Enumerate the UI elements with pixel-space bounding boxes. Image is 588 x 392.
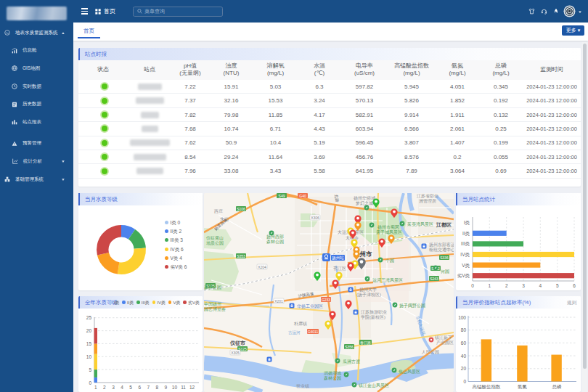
svg-text:X305: X305 — [231, 351, 240, 355]
svg-text:总磷: 总磷 — [552, 384, 563, 389]
svg-text:江苏省邵仙: 江苏省邵仙 — [417, 193, 438, 199]
svg-text:朴席镇: 朴席镇 — [293, 321, 307, 326]
svg-text:V类: V类 — [462, 263, 470, 268]
svg-text:焦山风景区: 焦山风景区 — [399, 369, 420, 375]
svg-text:森林公园: 森林公园 — [324, 376, 341, 381]
svg-text:润扬湿地: 润扬湿地 — [324, 370, 342, 376]
svg-text:高锰酸盐指数: 高锰酸盐指数 — [473, 384, 502, 390]
svg-text:7: 7 — [147, 385, 150, 390]
svg-text:(扬子津校区): (扬子津校区) — [356, 292, 381, 298]
svg-text:人民公园: 人民公园 — [421, 350, 439, 355]
svg-text:氨氮: 氨氮 — [518, 384, 528, 389]
svg-text:仪征市: 仪征市 — [229, 340, 245, 346]
svg-text:X201: X201 — [274, 299, 283, 303]
svg-text:S243: S243 — [430, 277, 438, 281]
svg-text:S356: S356 — [345, 345, 354, 349]
svg-text:邗江区: 邗江区 — [333, 266, 346, 271]
svg-text:S336: S336 — [440, 256, 449, 260]
svg-text:江都区: 江都区 — [436, 222, 452, 228]
svg-text:6: 6 — [138, 385, 141, 390]
svg-text:12: 12 — [189, 385, 195, 390]
svg-text:1: 1 — [488, 283, 491, 288]
svg-text:园艺博览会: 园艺博览会 — [204, 306, 226, 312]
svg-text:2: 2 — [505, 283, 508, 288]
svg-text:100: 100 — [458, 315, 466, 320]
svg-text:扬州华侨城: 扬州华侨城 — [354, 196, 375, 201]
svg-text:仪征胥山: 仪征胥山 — [206, 235, 224, 240]
svg-text:X204: X204 — [258, 265, 266, 269]
svg-text:扬州东部客运: 扬州东部客运 — [429, 242, 454, 248]
svg-text:G40: G40 — [299, 194, 306, 198]
svg-text:25: 25 — [86, 315, 92, 320]
svg-text:华扬工业园区: 华扬工业园区 — [297, 303, 323, 309]
svg-text:10: 10 — [172, 385, 178, 390]
svg-text:S49: S49 — [279, 194, 285, 198]
svg-text:运河三湾风景区: 运河三湾风景区 — [372, 277, 403, 283]
svg-text:江苏旅游职业: 江苏旅游职业 — [361, 309, 387, 315]
svg-text:11: 11 — [181, 385, 186, 390]
svg-text:G233: G233 — [322, 298, 330, 302]
svg-text:0: 0 — [463, 379, 466, 384]
svg-text:G4011: G4011 — [308, 330, 319, 334]
svg-text:0: 0 — [471, 283, 474, 288]
svg-text:8: 8 — [155, 385, 158, 390]
svg-text:产业园区: 产业园区 — [436, 340, 454, 346]
svg-text:20: 20 — [461, 366, 467, 371]
svg-text:3: 3 — [112, 385, 115, 390]
svg-text:S353: S353 — [237, 254, 245, 258]
svg-text:4: 4 — [121, 385, 123, 390]
svg-text:洲管理所: 洲管理所 — [419, 198, 436, 204]
svg-text:枢纽交通中心: 枢纽交通中心 — [429, 247, 454, 252]
svg-text:S106: S106 — [237, 207, 245, 211]
svg-text:4: 4 — [539, 283, 542, 288]
svg-text:扬州市蜀冈: 扬州市蜀冈 — [377, 224, 399, 230]
svg-text:中国扬州: 中国扬州 — [204, 302, 221, 307]
svg-text:15: 15 — [86, 341, 92, 346]
svg-text:X306: X306 — [311, 216, 319, 220]
svg-text:60: 60 — [461, 340, 467, 346]
svg-text:茱萸湾风景区: 茱萸湾风景区 — [407, 221, 433, 227]
svg-text:3: 3 — [522, 283, 525, 288]
svg-text:40: 40 — [461, 354, 467, 359]
svg-text:5: 5 — [556, 283, 559, 288]
svg-text:扬州站: 扬州站 — [332, 256, 344, 261]
svg-text:梦幻之城: 梦幻之城 — [355, 200, 373, 206]
svg-text:I类: I类 — [464, 220, 470, 225]
svg-text:扬子阔野公园: 扬子阔野公园 — [399, 303, 425, 309]
svg-text:9: 9 — [165, 385, 168, 390]
svg-text:III类: III类 — [461, 241, 470, 246]
svg-text:唐子城风景区: 唐子城风景区 — [376, 229, 402, 235]
svg-text:0: 0 — [89, 380, 91, 385]
svg-text:春江路: 春江路 — [360, 340, 371, 346]
svg-text:森林公园: 森林公园 — [204, 285, 221, 290]
svg-text:6: 6 — [573, 283, 576, 288]
svg-text:个园: 个园 — [385, 258, 394, 264]
svg-text:5: 5 — [89, 367, 91, 372]
svg-text:何园: 何园 — [441, 269, 449, 274]
svg-text:古运河: 古运河 — [288, 330, 301, 335]
svg-text:1: 1 — [94, 385, 97, 390]
svg-text:世业镇: 世业镇 — [296, 384, 309, 388]
svg-text:镇江金山风景区: 镇江金山风景区 — [358, 383, 389, 388]
svg-text:镇江新下: 镇江新下 — [434, 335, 452, 340]
svg-text:20: 20 — [86, 328, 92, 333]
svg-text:80: 80 — [461, 327, 467, 332]
svg-text:10: 10 — [86, 354, 92, 359]
svg-text:森林公园: 森林公园 — [266, 240, 284, 245]
svg-text:5: 5 — [129, 385, 132, 390]
svg-text:地质公园: 地质公园 — [206, 241, 224, 246]
svg-text:劣V类: 劣V类 — [457, 273, 470, 279]
svg-text:2: 2 — [103, 385, 106, 390]
svg-text:学院(新校区): 学院(新校区) — [361, 314, 385, 320]
svg-text:瓜洲古渡: 瓜洲古渡 — [343, 359, 360, 364]
svg-text:扬州大学: 扬州大学 — [359, 287, 377, 293]
svg-text:扬州西部: 扬州西部 — [266, 234, 284, 240]
svg-text:II类: II类 — [462, 231, 470, 236]
svg-text:IV类: IV类 — [460, 252, 470, 257]
svg-text:西庄: 西庄 — [214, 208, 223, 214]
